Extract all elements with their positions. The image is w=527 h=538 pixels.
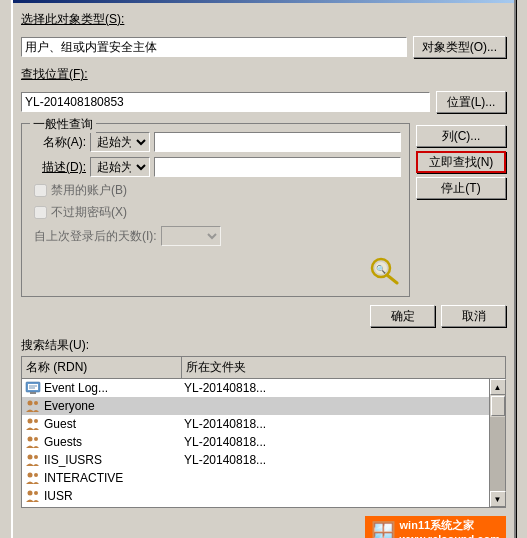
list-item-icon-0 [24,380,42,396]
location-label-row: 查找位置(F): [21,66,506,83]
name-row: 名称(A): 起始为 [30,132,401,152]
list-item-name-2: Guest [42,417,182,431]
svg-point-18 [34,473,38,477]
list-item-folder-0: YL-20140818... [182,381,489,395]
watermark-line2: www.relsound.com [400,533,500,538]
svg-point-17 [28,473,33,478]
scroll-down-button[interactable]: ▼ [490,491,506,507]
general-query-groupbox: 一般性查询 名称(A): 起始为 描述(D): 起始为 [21,123,410,297]
select-user-group-dialog: 选择用户或组 ? ✕ 选择此对象类型(S): 用户、组或内置安全主体 对象类型(… [11,0,516,538]
disabled-accounts-row: 禁用的账户(B) [34,182,401,199]
scroll-track [490,417,505,491]
svg-point-10 [34,401,38,405]
object-type-label: 选择此对象类型(S): [21,11,124,28]
search-now-button[interactable]: 立即查找(N) [416,151,506,173]
svg-point-11 [28,419,33,424]
groupbox-legend: 一般性查询 [30,116,96,133]
vertical-scrollbar[interactable]: ▲ ▼ [489,379,505,507]
list-item-name-1: Everyone [42,399,182,413]
list-item[interactable]: Guest YL-20140818... [22,415,489,433]
svg-point-16 [34,455,38,459]
disabled-accounts-label: 禁用的账户(B) [51,182,127,199]
object-type-button[interactable]: 对象类型(O)... [413,36,506,58]
watermark-text: win11系统之家 www.relsound.com [400,518,500,538]
list-item-name-5: INTERACTIVE [42,471,182,485]
location-label: 查找位置(F): [21,66,88,83]
dialog-title: 选择用户或组 [17,0,89,2]
svg-rect-5 [28,384,38,390]
days-select[interactable] [161,226,221,246]
svg-line-1 [387,275,397,283]
columns-button[interactable]: 列(C)... [416,125,506,147]
search-magnifier-icon: 🔍 [367,255,401,288]
results-list: Event Log... YL-20140818... Everyone Gue… [22,379,489,507]
list-item[interactable]: Everyone [22,397,489,415]
desc-row: 描述(D): 起始为 [30,157,401,177]
list-item-icon-6 [24,488,42,504]
list-item-folder-4: YL-20140818... [182,453,489,467]
main-section: 一般性查询 名称(A): 起始为 描述(D): 起始为 [21,121,506,297]
list-item[interactable]: LOCAL SER... [22,505,489,507]
object-type-row: 选择此对象类型(S): [21,11,506,28]
svg-rect-6 [30,392,36,394]
ok-button[interactable]: 确定 [370,305,435,327]
search-icon-row: 🔍 [30,255,401,288]
list-item-icon-7 [24,506,42,507]
name-condition-select[interactable]: 起始为 [90,132,150,152]
ok-cancel-row: 确定 取消 [21,305,506,327]
object-type-value-row: 用户、组或内置安全主体 对象类型(O)... [21,36,506,58]
svg-point-9 [28,401,33,406]
col-header-folder: 所在文件夹 [182,357,505,378]
list-item-folder-3: YL-20140818... [182,435,489,449]
desc-condition-select[interactable]: 起始为 [90,157,150,177]
results-list-wrapper: Event Log... YL-20140818... Everyone Gue… [21,378,506,508]
svg-point-19 [28,491,33,496]
non-expiring-pw-checkbox[interactable] [34,206,47,219]
svg-text:🔍: 🔍 [376,264,386,274]
groupbox-content: 名称(A): 起始为 描述(D): 起始为 [30,132,401,288]
scroll-up-button[interactable]: ▲ [490,379,506,395]
location-value: YL-201408180853 [21,92,430,112]
svg-point-15 [28,455,33,460]
desc-input[interactable] [154,157,401,177]
list-item-icon-1 [24,398,42,414]
list-item-name-4: IIS_IUSRS [42,453,182,467]
cancel-button[interactable]: 取消 [441,305,506,327]
list-item-folder-2: YL-20140818... [182,417,489,431]
results-label: 搜索结果(U): [21,337,89,354]
list-item[interactable]: Guests YL-20140818... [22,433,489,451]
scroll-thumb[interactable] [491,396,505,416]
days-row: 自上次登录后的天数(I): [34,226,401,246]
svg-point-13 [28,437,33,442]
stop-button[interactable]: 停止(T) [416,177,506,199]
list-item[interactable]: IUSR [22,487,489,505]
disabled-accounts-checkbox[interactable] [34,184,47,197]
object-type-value: 用户、组或内置安全主体 [21,37,407,57]
desc-label: 描述(D): [30,159,86,176]
col-header-name: 名称 (RDN) [22,357,182,378]
watermark: 🪟 win11系统之家 www.relsound.com [21,516,506,538]
list-item[interactable]: IIS_IUSRS YL-20140818... [22,451,489,469]
watermark-badge: 🪟 win11系统之家 www.relsound.com [365,516,506,538]
list-item[interactable]: INTERACTIVE [22,469,489,487]
results-header: 名称 (RDN) 所在文件夹 [21,356,506,378]
non-expiring-pw-row: 不过期密码(X) [34,204,401,221]
name-label: 名称(A): [30,134,86,151]
dialog-body: 选择此对象类型(S): 用户、组或内置安全主体 对象类型(O)... 查找位置(… [13,3,514,538]
svg-point-12 [34,419,38,423]
non-expiring-pw-label: 不过期密码(X) [51,204,127,221]
location-button[interactable]: 位置(L)... [436,91,506,113]
list-item-icon-5 [24,470,42,486]
list-item-icon-2 [24,416,42,432]
watermark-line1: win11系统之家 [400,518,500,533]
list-item-name-0: Event Log... [42,381,182,395]
list-item-icon-4 [24,452,42,468]
list-item-name-6: IUSR [42,489,182,503]
list-item[interactable]: Event Log... YL-20140818... [22,379,489,397]
svg-point-14 [34,437,38,441]
name-input[interactable] [154,132,401,152]
search-results-section: 搜索结果(U): 名称 (RDN) 所在文件夹 Event Log... YL-… [21,333,506,508]
right-buttons: 列(C)... 立即查找(N) 停止(T) [416,121,506,297]
results-label-row: 搜索结果(U): [21,333,506,354]
days-label: 自上次登录后的天数(I): [34,228,157,245]
